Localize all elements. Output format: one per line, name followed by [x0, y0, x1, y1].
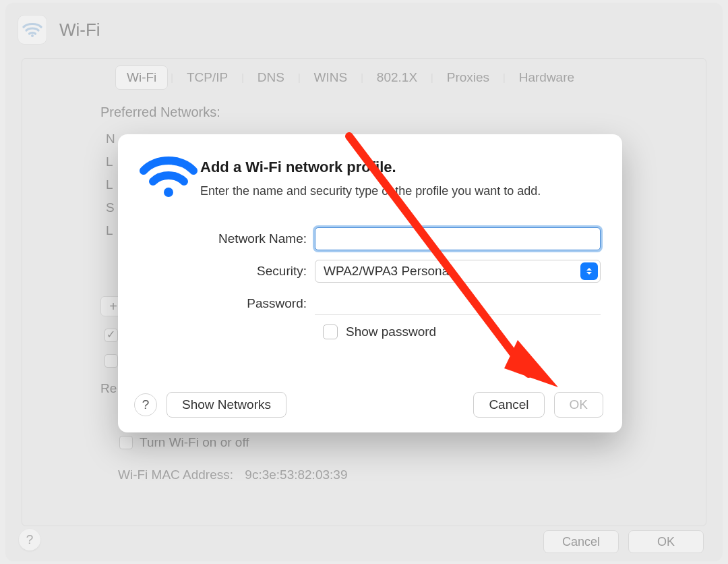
dialog-subtitle: Enter the name and security type of the … [200, 183, 541, 200]
dialog-ok-button[interactable]: OK [554, 392, 603, 418]
security-select[interactable]: WPA2/WPA3 Personal [315, 260, 601, 283]
wifi-icon [140, 154, 198, 202]
password-input[interactable] [315, 292, 601, 315]
add-wifi-dialog: Add a Wi-Fi network profile. Enter the n… [118, 134, 622, 432]
show-password-checkbox[interactable] [323, 325, 338, 339]
network-name-input[interactable] [315, 227, 601, 250]
network-name-label: Network Name: [140, 231, 315, 246]
security-value: WPA2/WPA3 Personal [324, 264, 452, 279]
security-label: Security: [140, 264, 315, 279]
wifi-preferences-window: Wi-Fi Wi-Fi | TCP/IP | DNS | WINS | 802.… [5, 3, 723, 561]
dialog-form: Network Name: Security: WPA2/WPA3 Person… [140, 227, 601, 339]
dialog-title: Add a Wi-Fi network profile. [200, 159, 541, 176]
dialog-help-button[interactable]: ? [134, 393, 157, 416]
show-password-row[interactable]: Show password [323, 325, 601, 339]
show-password-label: Show password [346, 325, 436, 339]
dialog-cancel-button[interactable]: Cancel [473, 392, 544, 418]
select-caret-icon [580, 262, 598, 280]
show-networks-button[interactable]: Show Networks [166, 392, 286, 418]
password-label: Password: [140, 296, 315, 311]
svg-point-1 [164, 188, 173, 197]
